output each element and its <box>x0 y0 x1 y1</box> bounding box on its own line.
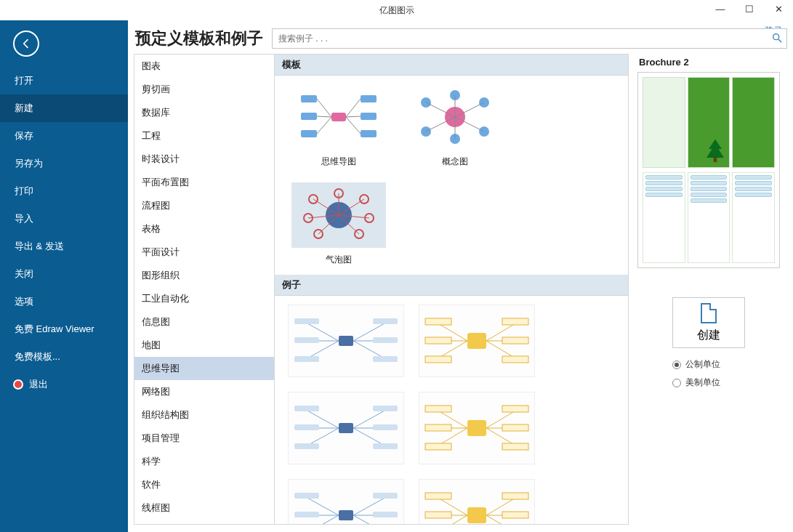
sidebar-item[interactable]: 另存为 <box>0 150 128 177</box>
example-item[interactable] <box>288 305 404 377</box>
svg-line-12 <box>346 99 361 117</box>
category-item[interactable]: 图表 <box>134 55 274 78</box>
close-icon: ✕ <box>775 4 783 15</box>
preview-title: Brochure 2 <box>639 57 780 68</box>
category-item[interactable]: 线框图 <box>134 496 274 520</box>
svg-rect-67 <box>502 337 528 344</box>
create-button[interactable]: 创建 <box>672 297 745 348</box>
svg-rect-102 <box>294 493 319 499</box>
template-gallery[interactable]: 模板 思维导图概念图气泡图 例子 <box>275 54 629 525</box>
search-input[interactable] <box>272 28 787 49</box>
template-label: 气泡图 <box>326 254 352 266</box>
sidebar-item[interactable]: 新建 <box>0 94 128 122</box>
sidebar-item[interactable]: 导出 & 发送 <box>0 233 128 260</box>
template-label: 思维导图 <box>321 156 356 168</box>
svg-line-9 <box>317 99 331 117</box>
svg-line-13 <box>346 116 361 117</box>
maximize-button[interactable]: ☐ <box>735 0 764 17</box>
sidebar-item[interactable]: 选项 <box>0 288 128 315</box>
sidebar-item-exit[interactable]: 退出 <box>0 371 128 398</box>
category-item[interactable]: 网络图 <box>134 380 274 403</box>
template-item[interactable]: 概念图 <box>404 84 506 168</box>
template-thumbnail <box>291 84 386 150</box>
sidebar-item[interactable]: 导入 <box>0 205 128 233</box>
svg-rect-63 <box>425 318 451 325</box>
svg-rect-90 <box>425 424 451 431</box>
svg-rect-65 <box>425 356 451 363</box>
svg-line-14 <box>346 117 361 134</box>
exit-icon <box>13 379 23 390</box>
radio-icon <box>672 379 681 387</box>
category-item[interactable]: 地图 <box>134 334 274 357</box>
category-item[interactable]: 科学 <box>134 450 274 473</box>
category-item[interactable]: 软件 <box>134 473 274 496</box>
svg-rect-68 <box>502 356 528 363</box>
template-item[interactable]: 气泡图 <box>288 182 390 266</box>
example-item[interactable] <box>419 305 535 377</box>
back-button[interactable] <box>13 31 39 57</box>
category-item[interactable]: 最近所用模板 <box>134 520 274 525</box>
svg-rect-119 <box>502 512 528 518</box>
example-item[interactable] <box>419 479 535 525</box>
sidebar-item[interactable]: 保存 <box>0 122 128 150</box>
example-item[interactable] <box>288 479 404 525</box>
page-title: 预定义模板和例子 <box>134 28 263 49</box>
svg-rect-64 <box>425 337 451 344</box>
svg-rect-51 <box>294 337 319 343</box>
svg-rect-122 <box>714 158 717 162</box>
category-item[interactable]: 表格 <box>134 217 274 241</box>
search-icon[interactable] <box>771 32 783 47</box>
svg-rect-3 <box>301 95 317 102</box>
templates-section-header: 模板 <box>275 55 628 76</box>
svg-rect-56 <box>467 333 486 349</box>
example-item[interactable] <box>419 392 535 464</box>
svg-rect-80 <box>373 424 398 430</box>
template-thumbnail <box>408 84 502 150</box>
category-item[interactable]: 剪切画 <box>134 78 274 101</box>
minimize-button[interactable]: — <box>706 0 735 17</box>
category-item[interactable]: 项目管理 <box>134 427 274 450</box>
sidebar-item[interactable]: 免费 Edraw Viewer <box>0 315 128 343</box>
svg-rect-77 <box>294 424 319 430</box>
radio-icon <box>672 360 681 369</box>
svg-rect-66 <box>502 318 528 325</box>
template-item[interactable]: 思维导图 <box>288 84 390 168</box>
svg-rect-50 <box>294 318 319 324</box>
sidebar-item[interactable]: 打印 <box>0 177 128 205</box>
category-item[interactable]: 信息图 <box>134 310 274 334</box>
svg-rect-115 <box>425 493 451 499</box>
svg-rect-103 <box>294 512 319 517</box>
create-label: 创建 <box>697 328 720 343</box>
sidebar-item[interactable]: 免费模板... <box>0 343 128 371</box>
category-item[interactable]: 数据库 <box>134 101 274 124</box>
svg-rect-6 <box>361 95 377 102</box>
category-list[interactable]: 图表剪切画数据库工程时装设计平面布置图流程图表格平面设计图形组织工业自动化信息图… <box>134 54 275 525</box>
tree-icon <box>704 138 726 164</box>
svg-rect-69 <box>339 423 353 433</box>
example-item[interactable] <box>288 392 404 464</box>
sidebar-item[interactable]: 打开 <box>0 67 128 94</box>
category-item[interactable]: 思维导图 <box>134 357 274 380</box>
radio-imperial[interactable]: 美制单位 <box>672 376 720 389</box>
svg-point-0 <box>773 34 779 40</box>
svg-marker-121 <box>707 140 724 158</box>
radio-label-imperial: 美制单位 <box>685 376 720 389</box>
close-button[interactable]: ✕ <box>764 0 793 17</box>
app-title: 亿图图示 <box>379 4 414 17</box>
sidebar-item[interactable]: 关闭 <box>0 260 128 288</box>
category-item[interactable]: 流程图 <box>134 194 274 217</box>
svg-rect-105 <box>373 493 398 499</box>
category-item[interactable]: 图形组织 <box>134 264 274 287</box>
category-item[interactable]: 工程 <box>134 124 274 148</box>
svg-rect-2 <box>331 113 346 121</box>
category-item[interactable]: 平面设计 <box>134 241 274 264</box>
svg-rect-78 <box>294 443 319 449</box>
category-item[interactable]: 组织结构图 <box>134 403 274 427</box>
svg-rect-89 <box>425 406 451 412</box>
svg-rect-76 <box>294 406 319 411</box>
category-item[interactable]: 平面布置图 <box>134 171 274 194</box>
category-item[interactable]: 时装设计 <box>134 148 274 171</box>
svg-line-1 <box>778 39 781 42</box>
radio-metric[interactable]: 公制单位 <box>672 358 720 371</box>
category-item[interactable]: 工业自动化 <box>134 287 274 310</box>
